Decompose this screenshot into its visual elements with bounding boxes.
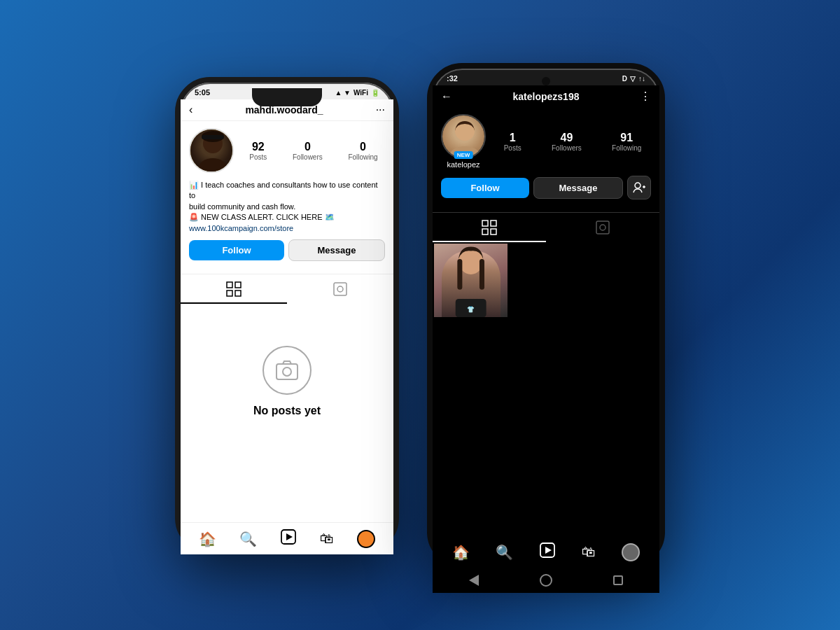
avatar-nav-light[interactable] [357, 530, 375, 548]
svg-rect-10 [276, 364, 298, 379]
following-count-dark: 91 [612, 132, 641, 144]
stat-followers-dark[interactable]: 49 Followers [552, 132, 582, 152]
add-person-button-dark[interactable] [627, 176, 651, 200]
svg-rect-19 [482, 220, 488, 226]
more-icon-dark[interactable]: ⋮ [640, 90, 651, 103]
android-home-icon [540, 574, 552, 587]
stats-row-light: 92 Posts 0 Followers 0 Following [242, 141, 385, 161]
posts-label-dark: Posts [504, 144, 522, 152]
reels-nav-light[interactable] [280, 528, 297, 549]
avatar-svg-light [190, 130, 234, 173]
shop-nav-light[interactable]: 🛍 [320, 531, 334, 547]
follow-button-light[interactable]: Follow [189, 240, 284, 260]
status-icons-light: ▲ ▼ WiFi 🔋 [335, 89, 379, 97]
no-posts-text: No posts yet [253, 405, 321, 417]
svg-rect-5 [235, 282, 241, 288]
username-below-dark: katelopez [447, 160, 479, 169]
bottom-nav-light: 🏠 🔍 🛍 [181, 522, 393, 554]
android-home-btn[interactable] [539, 573, 553, 587]
svg-rect-6 [227, 290, 232, 296]
back-icon-light[interactable]: ‹ [189, 104, 192, 116]
following-count-light: 0 [348, 141, 377, 153]
grid-icon-light [226, 281, 241, 297]
stat-posts-light[interactable]: 92 Posts [249, 141, 267, 161]
punch-hole [542, 77, 550, 85]
android-recents-icon [613, 575, 623, 585]
svg-rect-3 [202, 135, 224, 139]
home-nav-dark[interactable]: 🏠 [452, 544, 470, 561]
svg-rect-20 [491, 220, 496, 226]
profile-section-light: 92 Posts 0 Followers 0 Following 📊 I tea… [181, 121, 393, 274]
status-icons-dark: D ▽ ↑↓ [622, 75, 645, 83]
home-nav-light[interactable]: 🏠 [199, 531, 216, 547]
time-light: 5:05 [195, 88, 210, 97]
follow-button-dark[interactable]: Follow [441, 178, 529, 198]
stat-following-light[interactable]: 0 Following [348, 141, 377, 161]
screen-light: ‹ mahdi.woodard_ ··· [181, 99, 393, 522]
post-face-svg: 👕 [434, 244, 507, 317]
bio-light: 📊 I teach coaches and consultants how to… [189, 180, 385, 234]
svg-point-16 [635, 183, 640, 188]
stat-followers-light[interactable]: 0 Followers [293, 141, 323, 161]
android-nav [433, 568, 659, 593]
no-posts-section: No posts yet [181, 304, 393, 459]
svg-rect-23 [596, 221, 609, 234]
svg-point-1 [199, 158, 227, 173]
svg-point-11 [283, 368, 291, 376]
svg-point-24 [600, 225, 606, 230]
profile-top-light: 92 Posts 0 Followers 0 Following [189, 128, 385, 173]
posts-count-light: 92 [249, 141, 267, 153]
reels-nav-dark[interactable] [539, 542, 556, 562]
posts-count-dark: 1 [504, 132, 522, 144]
message-button-dark[interactable]: Message [533, 177, 623, 199]
face-light [190, 130, 232, 172]
following-label-dark: Following [612, 144, 641, 152]
grid-item-1[interactable]: 👕 [434, 244, 507, 317]
svg-rect-8 [334, 283, 346, 295]
search-nav-dark[interactable]: 🔍 [496, 544, 513, 561]
phone-light: 5:05 ▲ ▼ WiFi 🔋 ‹ mahdi.woodard_ ··· [175, 77, 399, 553]
add-person-icon [633, 181, 645, 194]
stat-posts-dark[interactable]: 1 Posts [504, 132, 522, 152]
avatar-column-dark: NEW katelopez [441, 114, 486, 169]
bio-line2-light: build community and cash flow. [189, 202, 295, 211]
svg-point-9 [337, 286, 343, 292]
avatar-wrapper-light [189, 128, 234, 173]
tab-tagged-dark[interactable] [546, 213, 659, 242]
camera-icon [274, 358, 300, 383]
grid-icon-dark [482, 220, 497, 235]
action-buttons-light: Follow Message [189, 239, 385, 261]
time-dark: :32 [447, 74, 458, 83]
avatar-nav-dark[interactable] [622, 543, 640, 561]
bio-line1-light: 📊 I teach coaches and consultants how to… [189, 181, 378, 200]
stat-following-dark[interactable]: 91 Following [612, 132, 641, 152]
bio-link-light[interactable]: www.100kcampaign.com/store [189, 223, 385, 234]
android-back-btn[interactable] [467, 573, 481, 587]
tab-tagged-light[interactable] [287, 274, 393, 304]
search-nav-light[interactable]: 🔍 [239, 531, 257, 547]
posts-label-light: Posts [249, 153, 267, 161]
shop-nav-dark[interactable]: 🛍 [582, 544, 596, 560]
profile-top-dark: NEW katelopez 1 Posts 49 Followers 9 [441, 114, 651, 169]
tab-bar-dark [433, 212, 659, 242]
android-recents-btn[interactable] [611, 573, 625, 587]
screen-dark: ← katelopezs198 ⋮ [433, 85, 659, 536]
notch-light [252, 88, 322, 106]
tab-grid-dark[interactable] [433, 213, 546, 242]
avatar-light [189, 128, 234, 173]
reels-icon-dark [539, 542, 556, 559]
svg-rect-26 [457, 259, 462, 290]
avatar-wrapper-dark: NEW [441, 114, 486, 159]
more-icon-light[interactable]: ··· [376, 104, 385, 116]
message-button-light[interactable]: Message [288, 239, 385, 261]
svg-rect-22 [491, 229, 496, 234]
tagged-icon-dark [595, 220, 610, 235]
nav-header-dark: ← katelopezs198 ⋮ [433, 85, 659, 107]
post-thumb-1: 👕 [434, 244, 507, 317]
followers-label-dark: Followers [552, 144, 582, 152]
username-dark: katelopezs198 [513, 91, 580, 102]
followers-count-dark: 49 [552, 132, 582, 144]
back-icon-dark[interactable]: ← [441, 90, 452, 103]
tab-grid-light[interactable] [181, 274, 287, 304]
stats-row-dark: 1 Posts 49 Followers 91 Following [494, 132, 651, 152]
